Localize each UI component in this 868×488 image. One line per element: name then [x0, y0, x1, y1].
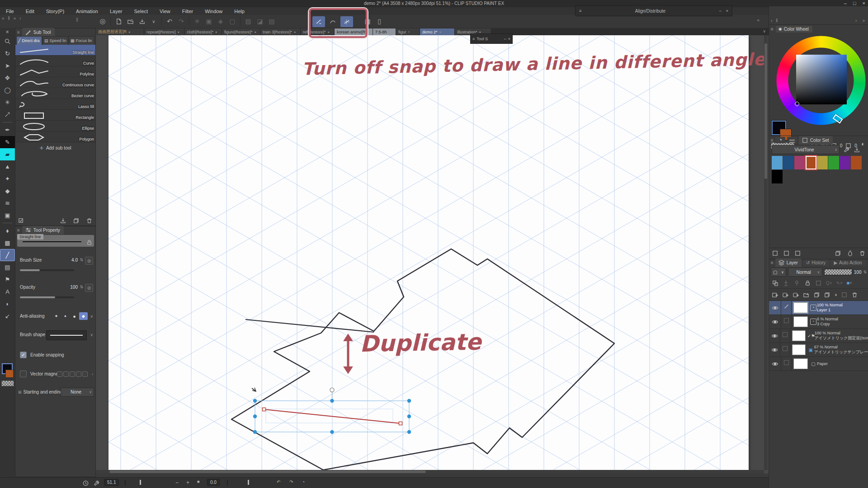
new-folder-icon[interactable] — [803, 291, 810, 298]
brush-size-dynamics-button[interactable]: ⊘ — [85, 257, 93, 265]
marquee3-button[interactable]: ▤ — [266, 16, 278, 27]
rotation-slider[interactable] — [227, 480, 228, 486]
layer-edit-target[interactable] — [781, 315, 792, 328]
vector-magnet-option[interactable] — [63, 371, 69, 377]
csp-logo-button[interactable]: ◎ — [97, 16, 108, 27]
tool-auto-select[interactable]: ✳ — [0, 96, 15, 108]
subtool-item-curve[interactable]: Curve — [15, 56, 95, 66]
subtool-item-straight-line[interactable]: Straight line — [15, 45, 95, 56]
layer-row[interactable]: ▢Paper — [769, 357, 868, 371]
import-palette-icon[interactable] — [854, 146, 860, 153]
panel-menu-icon[interactable]: ≡ — [771, 27, 774, 32]
starting-ending-dropdown[interactable]: None ∨ — [61, 388, 94, 397]
tool-property-panel-tab[interactable]: Tool Property — [22, 226, 64, 235]
doc-tab-active[interactable]: demo 2*● — [420, 28, 455, 35]
brush-size-stepper[interactable]: ⇅ — [80, 258, 83, 262]
menu-layer[interactable]: Layer — [104, 7, 128, 15]
panel-menu-icon[interactable]: ≡ — [771, 138, 774, 143]
tool-zoom[interactable] — [0, 35, 15, 47]
tool-operation[interactable]: ➤ — [0, 60, 15, 72]
subtool-item-rectangle[interactable]: Rectangle — [15, 110, 95, 121]
isometric-outline-drawing[interactable] — [231, 249, 614, 470]
fit-to-screen-button[interactable]: ■ — [197, 479, 199, 484]
transform-button[interactable]: ▢ — [226, 16, 238, 27]
doc-tab[interactable]: 7.5-8h — [373, 28, 396, 35]
selection-handle[interactable] — [330, 399, 334, 403]
menu-window[interactable]: Window — [199, 7, 228, 15]
doc-tab[interactable]: ref[Restore]*● — [301, 28, 335, 35]
import-icon[interactable] — [60, 217, 66, 224]
rotate-right-button[interactable]: ↷ — [289, 479, 293, 484]
aa-strong-button[interactable]: ● — [79, 312, 88, 320]
background-color-swatch[interactable] — [5, 370, 14, 378]
minimize-icon[interactable]: – — [719, 9, 722, 13]
layer-thumbnail[interactable] — [792, 344, 806, 355]
layer-visible-eye-icon[interactable] — [769, 347, 780, 353]
snap-to-special-ruler-button[interactable] — [326, 16, 339, 27]
layer-thumbnail[interactable] — [793, 358, 808, 369]
layer-tab[interactable]: Layer — [775, 258, 802, 267]
color-swatch[interactable] — [851, 156, 862, 169]
subtool-item-bezier-curve[interactable]: Bezier curve — [15, 88, 95, 99]
reset-view-button[interactable]: ◔ — [302, 479, 305, 484]
lock-layer-icon[interactable] — [804, 280, 811, 286]
sv-marker[interactable] — [795, 102, 799, 106]
tool-ruler[interactable]: ⚑ — [0, 273, 15, 286]
canvas-paper[interactable]: Turn off snap to draw a line in differen… — [108, 35, 749, 474]
transfer-down-icon[interactable] — [813, 291, 820, 298]
invert-selection-button[interactable]: ◈ — [215, 16, 226, 27]
palette-dropdown[interactable]: VividTone ∨ — [772, 145, 840, 154]
lock-alpha-icon[interactable] — [815, 280, 822, 286]
subtool-item-polygon[interactable]: Polygon — [15, 131, 95, 142]
tool-fill[interactable]: ⬧ — [0, 225, 15, 237]
panel-opt3-icon[interactable] — [794, 250, 801, 257]
window-maximize-button[interactable]: □ — [853, 0, 856, 6]
vertical-scrollbar[interactable] — [764, 35, 768, 470]
horizontal-scrollbar[interactable] — [96, 470, 764, 474]
tool-rotate[interactable]: ↻ — [0, 47, 15, 60]
delete-layer-icon[interactable] — [851, 291, 858, 298]
window-minimize-button[interactable]: – — [844, 0, 847, 6]
layer-edit-target[interactable] — [780, 329, 790, 343]
tool-marker[interactable]: ▰ — [0, 148, 15, 160]
layer-edit-target[interactable] — [781, 301, 792, 314]
blend-mode-dropdown[interactable]: Normal ∨ — [788, 267, 822, 277]
companion-mode-button[interactable]: ▯ — [373, 16, 385, 27]
color-swatch[interactable] — [828, 156, 839, 169]
tool-decoration[interactable]: ✦ — [0, 173, 15, 185]
subtool-item-lasso-fill[interactable]: Lasso fill — [15, 99, 95, 110]
panel-opt2-icon[interactable] — [783, 250, 790, 257]
layer-opacity-slider[interactable] — [824, 269, 852, 275]
tool-move-layer[interactable]: ✥ — [0, 72, 15, 84]
layer-edit-target[interactable] — [781, 357, 792, 371]
floating-tool-window[interactable]: ≡ Tool S – × — [470, 33, 513, 44]
auto-action-tab[interactable]: ▶Auto Action — [831, 259, 865, 266]
color-history-tab[interactable]: ◔ — [775, 137, 785, 143]
panel-fwd-icon[interactable]: › — [855, 18, 857, 23]
rotation-handle[interactable] — [330, 388, 334, 392]
menu-edit[interactable]: Edit — [20, 7, 40, 15]
zoom-value[interactable]: 51.1 — [104, 479, 119, 486]
panel-collapse-icon[interactable]: » — [862, 18, 865, 23]
add-sub-tool-button[interactable]: ✛Add sub tool — [15, 142, 95, 153]
save-options-button[interactable]: ∨ — [148, 16, 160, 27]
layer-opacity-stepper[interactable]: ⇅ — [863, 270, 867, 274]
aa-medium-button[interactable]: ● — [70, 312, 79, 320]
new-layer-dialog-icon[interactable] — [793, 291, 799, 298]
lock-settings-icon[interactable] — [18, 217, 25, 224]
zoom-out-button[interactable]: − — [175, 479, 179, 486]
layer-thumbnail[interactable] — [793, 316, 808, 327]
close-icon[interactable]: × — [726, 9, 728, 13]
cmdbar-collapse-icon[interactable]: « — [757, 18, 760, 23]
doc-tab[interactable]: train 3[Restore]*● — [260, 28, 301, 35]
undo-button[interactable]: ↶ — [164, 16, 175, 27]
selection-handle[interactable] — [253, 414, 257, 418]
color-swatch[interactable] — [794, 156, 805, 169]
panel-handle-icon[interactable]: ‖ — [776, 18, 778, 23]
palette-color-icon[interactable]: ■∨ — [847, 280, 852, 286]
trash-icon[interactable] — [86, 217, 93, 224]
save-button[interactable] — [136, 16, 148, 27]
subtool-item-polyline[interactable]: Polyline — [15, 66, 95, 77]
menu-animation[interactable]: Animation — [70, 7, 104, 15]
menu-filter[interactable]: Filter — [176, 7, 199, 15]
